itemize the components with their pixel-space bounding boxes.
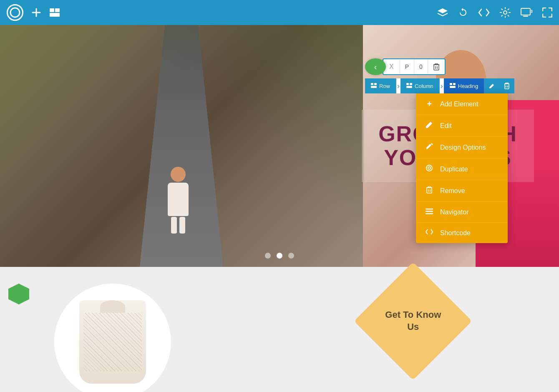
product-circle — [54, 284, 171, 392]
svg-rect-18 — [410, 83, 412, 85]
duplicate-icon — [424, 164, 434, 174]
shortcode-icon — [424, 229, 434, 237]
layers-icon[interactable] — [437, 8, 448, 17]
nav-p-label: P — [400, 59, 414, 74]
navigator-icon — [424, 208, 434, 216]
hexagon-inner — [8, 284, 29, 304]
slider-dot-2[interactable] — [277, 253, 282, 259]
menu-duplicate[interactable]: Duplicate — [416, 158, 508, 180]
element-nav-tabs: X P 0 — [383, 58, 446, 75]
dress-pattern — [83, 313, 142, 371]
svg-rect-15 — [374, 83, 377, 85]
remove-icon — [424, 186, 434, 196]
breadcrumb-heading-label: Heading — [458, 83, 478, 89]
zero-text: 0 — [419, 63, 423, 70]
hexagon-shape — [8, 284, 29, 304]
child-head — [171, 167, 186, 182]
menu-navigator-label: Navigator — [440, 209, 468, 216]
svg-rect-11 — [434, 65, 439, 70]
svg-point-0 — [10, 8, 20, 17]
child-legs — [161, 217, 195, 234]
fullscreen-icon[interactable] — [542, 8, 552, 18]
menu-remove[interactable]: Remove — [416, 180, 508, 202]
child-leg-right — [179, 217, 185, 234]
diamond-text: Get To Know Us — [385, 309, 441, 333]
menu-duplicate-label: Duplicate — [440, 166, 468, 173]
layout-button[interactable] — [49, 8, 60, 17]
menu-shortcode[interactable]: Shortcode — [416, 223, 508, 243]
child-leg-left — [171, 217, 177, 234]
slider-dot-3[interactable] — [288, 253, 294, 259]
row-icon — [371, 83, 377, 89]
svg-rect-22 — [450, 86, 456, 88]
svg-rect-4 — [55, 8, 60, 12]
context-breadcrumb: Row › Column › Heading — [365, 78, 514, 93]
design-options-icon — [424, 143, 434, 152]
x-label: X — [389, 63, 394, 70]
menu-design-options[interactable]: Design Options — [416, 137, 508, 158]
svg-rect-31 — [426, 209, 433, 210]
breadcrumb-row[interactable]: Row — [365, 78, 396, 93]
diamond-shape: Get To Know Us — [354, 262, 472, 380]
get-to-know-line2: Us — [385, 321, 441, 333]
get-to-know-line1: Get To Know — [385, 309, 441, 321]
column-icon — [406, 83, 412, 89]
svg-rect-32 — [426, 211, 433, 212]
dress-neckline — [100, 300, 125, 313]
menu-shortcode-label: Shortcode — [440, 229, 471, 237]
main-area: GROW WITH YOUR KIDS ‹ X P 0 — [0, 25, 559, 392]
breadcrumb-row-label: Row — [379, 83, 390, 89]
back-icon: ‹ — [374, 62, 377, 72]
menu-design-options-label: Design Options — [440, 144, 486, 151]
menu-remove-label: Remove — [440, 187, 465, 195]
menu-add-element-label: Add Element — [440, 101, 478, 108]
menu-navigator[interactable]: Navigator — [416, 202, 508, 223]
svg-rect-8 — [521, 8, 530, 15]
menu-edit-label: Edit — [440, 122, 452, 130]
menu-edit[interactable]: Edit — [416, 115, 508, 137]
add-element-button[interactable] — [32, 8, 41, 17]
element-nav: ‹ X P 0 — [365, 58, 446, 75]
nav-back-button[interactable]: ‹ — [365, 58, 386, 75]
svg-marker-6 — [438, 8, 448, 13]
svg-rect-16 — [371, 86, 377, 88]
toolbar — [0, 0, 559, 25]
svg-rect-5 — [50, 13, 60, 17]
svg-rect-33 — [426, 213, 433, 214]
context-menu: + Add Element Edit Design Options — [416, 93, 508, 243]
breadcrumb-column-label: Column — [415, 83, 433, 89]
svg-rect-19 — [406, 86, 412, 88]
breadcrumb-arrow-2: › — [440, 78, 444, 93]
lower-section: Get To Know Us — [0, 267, 559, 392]
slider-dot-1[interactable] — [265, 253, 271, 259]
nav-zero-label: 0 — [414, 59, 428, 74]
breadcrumb-trash-button[interactable] — [499, 78, 514, 93]
edit-icon — [424, 121, 434, 131]
logo-button[interactable] — [7, 4, 23, 21]
breadcrumb-heading[interactable]: Heading — [444, 78, 484, 93]
svg-rect-20 — [450, 83, 452, 85]
settings-icon[interactable] — [500, 7, 511, 18]
child-figure — [161, 167, 195, 234]
add-element-icon: + — [424, 99, 434, 109]
svg-rect-17 — [406, 83, 409, 85]
preview-icon[interactable] — [521, 8, 532, 17]
slider-dots — [265, 253, 294, 259]
svg-point-27 — [428, 167, 431, 169]
svg-rect-28 — [427, 188, 432, 193]
breadcrumb-column[interactable]: Column — [400, 78, 440, 93]
breadcrumb-edit-button[interactable] — [484, 78, 499, 93]
hero-background — [0, 25, 363, 267]
nav-trash-button[interactable] — [428, 59, 445, 74]
heading-icon — [450, 83, 456, 89]
p-text: P — [405, 63, 409, 70]
child-body — [168, 183, 189, 216]
menu-add-element[interactable]: + Add Element — [416, 93, 508, 115]
code-icon[interactable] — [478, 8, 490, 18]
svg-point-7 — [504, 11, 507, 14]
breadcrumb-arrow-1: › — [396, 78, 400, 93]
toolbar-right — [437, 7, 552, 18]
svg-rect-21 — [453, 83, 456, 85]
history-icon[interactable] — [458, 8, 468, 18]
svg-rect-14 — [371, 83, 373, 85]
